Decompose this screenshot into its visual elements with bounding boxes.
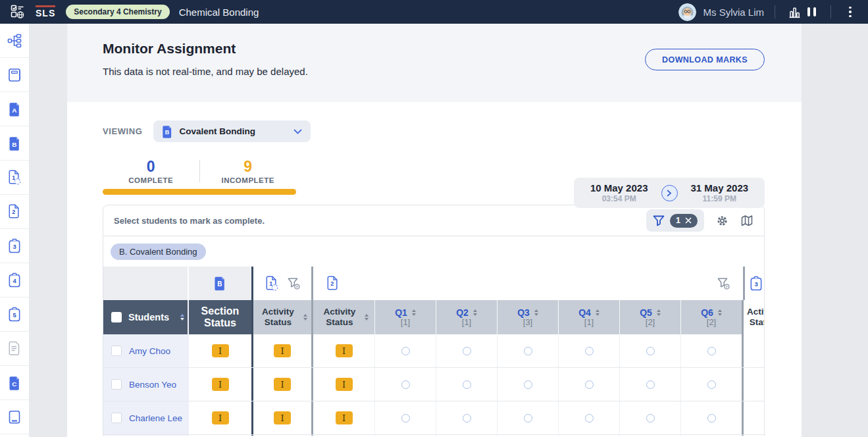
period-start: 10 May 2023 03:54 PM	[590, 182, 648, 203]
period-arrow-button[interactable]	[661, 185, 678, 201]
filter-button[interactable]: 1	[646, 209, 704, 232]
svg-text:2: 2	[330, 280, 334, 287]
q3-mark-radio[interactable]	[524, 414, 532, 423]
student-name[interactable]: Benson Yeo	[129, 380, 176, 390]
clipboard-4-icon: 4	[8, 272, 21, 288]
q1-mark-radio[interactable]	[401, 347, 410, 355]
main-panel: Monitor Assignment This data is not real…	[67, 24, 802, 437]
q1-mark-radio[interactable]	[401, 414, 410, 423]
icon-cell-activity1: 1	[253, 267, 311, 300]
section-filter-chip: B. Covalent Bonding	[111, 244, 206, 260]
student-row	[103, 435, 764, 436]
more-options-icon[interactable]	[842, 3, 859, 20]
column-header-activity1-status[interactable]: Activity Status	[253, 300, 311, 334]
sort-icon[interactable]	[718, 309, 722, 317]
q4-mark-radio[interactable]	[585, 414, 594, 423]
column-header-q5[interactable]: Q5 [2]	[619, 300, 680, 334]
pause-icon[interactable]	[803, 3, 820, 20]
q5-mark-radio[interactable]	[646, 414, 655, 423]
sidebar-item-page-1[interactable]: 1	[0, 161, 29, 195]
sls-logo[interactable]: SLS	[36, 5, 55, 18]
sort-icon[interactable]	[657, 309, 661, 317]
sort-icon[interactable]	[473, 309, 477, 317]
period-end: 31 May 2023 11:59 PM	[691, 182, 749, 203]
q3-mark-radio[interactable]	[524, 380, 532, 389]
sidebar-item-course-structure[interactable]	[0, 24, 29, 58]
clear-filter-icon	[685, 217, 692, 224]
clipboard-5-icon: 5	[8, 307, 21, 322]
activity2-status-badge: I	[336, 411, 353, 424]
icon-cell-students	[103, 267, 189, 300]
column-header-activity2-status[interactable]: Activity Status	[313, 300, 374, 334]
sidebar-item-folder-a[interactable]: A	[0, 92, 29, 126]
q2-mark-radio[interactable]	[463, 380, 471, 389]
q5-mark-radio[interactable]	[646, 380, 655, 389]
q2-mark-radio[interactable]	[463, 347, 471, 355]
column-header-q4[interactable]: Q4 [1]	[558, 300, 619, 334]
sidebar-item-journal[interactable]	[0, 58, 29, 92]
activity2-status-badge: I	[336, 378, 353, 391]
q6-mark-radio[interactable]	[707, 347, 716, 355]
column-header-activity3-status[interactable]: Activity Status	[744, 300, 764, 334]
user-profile[interactable]: Ms Sylvia Lim	[678, 3, 764, 21]
sort-icon[interactable]	[412, 309, 416, 317]
q3-mark-radio[interactable]	[524, 347, 532, 355]
q4-mark-radio[interactable]	[585, 347, 594, 355]
sort-icon[interactable]	[303, 314, 307, 321]
filter-funnel-icon	[653, 215, 665, 226]
sidebar-item-notes[interactable]	[0, 332, 29, 366]
sidebar-item-clipboard-4[interactable]: 4	[0, 263, 29, 297]
viewing-row: VIEWING B Covalent Bonding	[103, 120, 802, 142]
column-header-q3[interactable]: Q3 [3]	[497, 300, 558, 334]
table-grid: B 1	[103, 267, 765, 436]
sort-icon[interactable]	[596, 309, 600, 317]
sort-icon[interactable]	[534, 309, 538, 317]
student-row: Amy Choo I I I	[103, 334, 764, 368]
download-marks-button[interactable]: DOWNLOAD MARKS	[645, 49, 765, 70]
row-checkbox[interactable]	[111, 379, 122, 390]
sidebar-item-page-2[interactable]: 2	[0, 195, 29, 229]
sort-icon[interactable]	[180, 314, 184, 321]
svg-text:2: 2	[12, 209, 15, 215]
end-time: 11:59 PM	[691, 194, 749, 203]
user-avatar	[678, 3, 696, 21]
student-name[interactable]: Charlene Lee	[129, 413, 182, 423]
column-header-q2[interactable]: Q2 [1]	[436, 300, 497, 334]
q6-mark-radio[interactable]	[707, 380, 716, 389]
section-dropdown[interactable]: B Covalent Bonding	[153, 120, 311, 142]
column-header-section-status[interactable]: Section Status	[189, 300, 251, 334]
clipboard-3-icon: 3	[750, 276, 763, 291]
q2-mark-radio[interactable]	[463, 414, 471, 423]
settings-gear-icon[interactable]	[716, 215, 728, 227]
complete-count: 0	[103, 158, 199, 175]
table-hint: Select students to mark as complete.	[114, 216, 265, 226]
sort-icon[interactable]	[365, 314, 369, 321]
student-cell[interactable]: Charlene Lee	[103, 401, 189, 434]
q5-mark-radio[interactable]	[646, 347, 655, 355]
filter-count-pill[interactable]: 1	[670, 214, 698, 228]
sidebar-item-book[interactable]	[0, 400, 29, 434]
student-name[interactable]: Amy Choo	[129, 346, 170, 356]
row-checkbox[interactable]	[111, 413, 122, 423]
row-checkbox[interactable]	[111, 346, 122, 356]
heatmap-icon[interactable]	[740, 215, 753, 227]
student-cell[interactable]: Benson Yeo	[103, 368, 189, 401]
clipboard-3-icon: 3	[8, 238, 21, 253]
column-header-q6[interactable]: Q6 [2]	[680, 300, 742, 334]
sidebar-item-clipboard-5[interactable]: 5	[0, 297, 29, 332]
monitor-chart-icon[interactable]	[786, 3, 803, 20]
sidebar-item-folder-b[interactable]: B	[0, 126, 29, 161]
folder-b-icon: B	[162, 125, 173, 138]
column-header-students[interactable]: Students	[103, 300, 189, 334]
sidebar-item-folder-c[interactable]: C	[0, 366, 29, 400]
student-cell[interactable]: Amy Choo	[103, 334, 189, 367]
activity1-status-badge: I	[274, 344, 291, 357]
column-header-q1[interactable]: Q1 [1]	[374, 300, 436, 334]
select-all-checkbox[interactable]	[111, 312, 122, 322]
top-navigation-bar: SLS Secondary 4 Chemistry Chemical Bondi…	[0, 0, 868, 24]
q6-mark-radio[interactable]	[707, 414, 716, 423]
sidebar-item-clipboard-3[interactable]: 3	[0, 229, 29, 263]
q1-mark-radio[interactable]	[401, 380, 410, 389]
assignment-list-icon[interactable]	[9, 3, 26, 20]
q4-mark-radio[interactable]	[585, 380, 594, 389]
